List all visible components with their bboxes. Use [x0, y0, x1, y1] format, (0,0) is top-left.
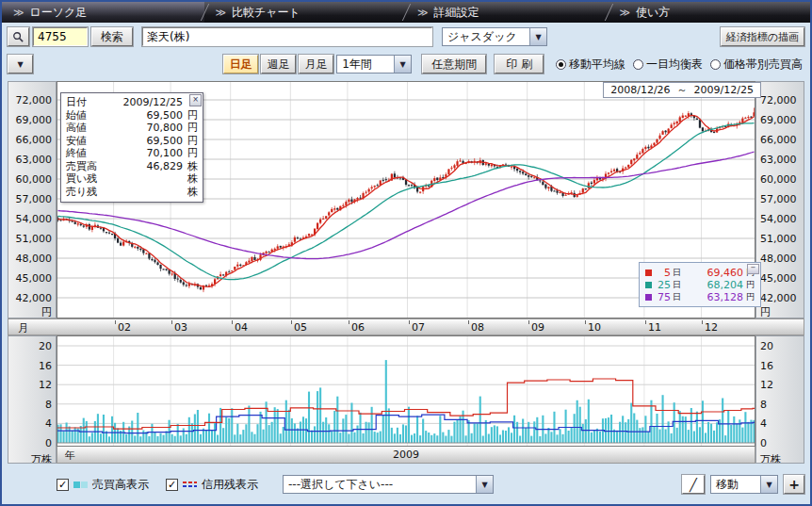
dropdown-arrow-icon: ▼ [17, 60, 23, 69]
month-tick [528, 320, 529, 324]
search-button[interactable]: 検索 [91, 27, 133, 46]
tab-label: 詳細設定 [434, 5, 479, 21]
info-row: 売買高 46,829 株 [66, 160, 198, 173]
info-value: 69,500 [107, 109, 183, 122]
stock-name-input[interactable] [142, 27, 432, 46]
axis-tick-label: 66,000 [760, 134, 797, 146]
double-chevron-icon: ≫ [216, 7, 227, 19]
tab-comparison-chart[interactable]: ≫ 比較チャート [204, 2, 407, 23]
radio-price-band-volume[interactable]: 価格帯別売買高 [710, 57, 803, 73]
tab-help[interactable]: ≫ 使い方 [609, 2, 811, 23]
date-separator: ～ [677, 83, 688, 97]
radio-moving-average[interactable]: 移動平均線 [556, 57, 625, 73]
month-tick [702, 320, 703, 324]
stock-code-input[interactable] [33, 27, 88, 46]
axis-tick-label: 60,000 [760, 173, 797, 186]
month-label: 08 [471, 321, 484, 334]
month-tick [291, 320, 292, 324]
axis-tick-label: 12 [760, 379, 773, 391]
volume-chart-region: 201612840万株 年 2009 201612840万株 [8, 335, 804, 464]
tab-candlestick[interactable]: ≫ ローソク足 [2, 2, 204, 23]
interval-monthly-button[interactable]: 月足 [299, 55, 333, 73]
volume-display-checkbox[interactable]: ✓ 売買高表示 [57, 477, 149, 493]
zoom-in-button[interactable]: + [784, 475, 804, 494]
radio-icon [633, 59, 643, 70]
axis-tick-label: 円 [760, 305, 771, 318]
market-select[interactable]: ジャスダック ▼ [442, 27, 547, 46]
tab-detail-settings[interactable]: ≫ 詳細設定 [406, 2, 609, 23]
radio-label: 移動平均線 [569, 57, 625, 73]
axis-tick-label: 54,000 [16, 213, 53, 225]
axis-tick-label: 60,000 [16, 173, 53, 186]
axis-tick-label: 16 [39, 360, 52, 372]
axis-tick-label: 69,000 [760, 114, 797, 126]
axis-tick-label: 48,000 [760, 253, 797, 265]
ma5-color-chip [645, 269, 652, 276]
volume-axis-left: 201612840万株 [8, 335, 57, 464]
interval-weekly-button[interactable]: 週足 [261, 55, 296, 73]
radio-selected-icon [556, 59, 566, 70]
checkbox-label: 信用残表示 [202, 477, 258, 493]
axis-tick-label: 20 [39, 340, 52, 352]
radio-label: 一目均衡表 [646, 57, 703, 73]
month-label: 05 [294, 321, 307, 334]
info-row: 買い残 株 [66, 172, 198, 186]
range-select-value: 1年間 [337, 57, 394, 73]
info-value: 69,500 [107, 135, 183, 147]
margin-display-checkbox[interactable]: ✓ 信用残表示 [166, 477, 258, 493]
tool-mode-select[interactable]: 移動 ▼ [710, 475, 778, 494]
interval-daily-button[interactable]: 日足 [223, 55, 258, 73]
ma-period-unit: 日 [673, 267, 681, 279]
ma-period-unit: 日 [673, 291, 681, 303]
chart-menu-dropdown-button[interactable]: ▼ [8, 55, 33, 73]
indicator-select[interactable]: ---選択して下さい--- ▼ [283, 475, 494, 494]
bottom-toolbar: ✓ 売買高表示 ✓ 信用残表示 ---選択して下さい--- ▼ ╱ 移動 ▼ + [8, 471, 804, 498]
axis-tick-label: 54,000 [760, 213, 797, 225]
diagonal-line-icon: ╱ [690, 478, 697, 492]
axis-tick-label: 51,000 [16, 233, 53, 245]
month-label: 12 [705, 321, 718, 334]
volume-plot[interactable] [57, 335, 755, 447]
date-to: 2009/12/25 [694, 84, 754, 96]
legend-row: 25 日 68,204 円 [645, 279, 755, 291]
month-label: 03 [174, 321, 187, 334]
price-axis-left: 72,00069,00066,00063,00060,00057,00054,0… [8, 81, 57, 318]
search-icon-button[interactable] [8, 27, 29, 46]
month-tick [232, 320, 233, 324]
dropdown-arrow-icon[interactable]: ▼ [394, 56, 411, 73]
price-axis-right: 72,00069,00066,00063,00060,00057,00054,0… [755, 81, 804, 318]
dropdown-arrow-icon[interactable]: ▼ [760, 476, 777, 493]
month-label: 11 [648, 321, 661, 334]
tab-label: ローソク足 [30, 5, 88, 21]
legend-minimize-button[interactable]: − [747, 264, 759, 274]
axis-tick-label: 72,000 [16, 94, 53, 106]
ma-value: 63,128 [683, 291, 743, 303]
axis-tick-label: 12 [39, 379, 52, 391]
radio-label: 価格帯別売買高 [723, 57, 803, 73]
dropdown-arrow-icon[interactable]: ▼ [476, 476, 493, 493]
axis-tick-label: 万株 [760, 452, 781, 464]
economic-indicator-button[interactable]: 経済指標の描画 [721, 27, 804, 46]
dropdown-arrow-icon[interactable]: ▼ [529, 28, 546, 45]
month-tick [115, 320, 116, 324]
month-tick [349, 320, 349, 324]
axis-tick-label: 42,000 [760, 292, 797, 304]
axis-tick-label: 48,000 [16, 253, 53, 265]
custom-period-button[interactable]: 任意期間 [422, 55, 486, 73]
info-row: 安値 69,500 円 [66, 135, 198, 148]
axis-tick-label: 57,000 [16, 193, 53, 205]
info-label: 売り残 [66, 185, 107, 199]
tool-mode-value: 移動 [711, 477, 760, 493]
ohlc-info-box: × 日付 2009/12/25 始値 69,500 円 高値 70,800 円 … [60, 92, 203, 203]
range-select[interactable]: 1年間 ▼ [336, 55, 412, 73]
axis-tick-label: 66,000 [16, 134, 53, 146]
info-close-button[interactable]: × [189, 94, 202, 106]
ma-period-unit: 日 [673, 279, 681, 291]
radio-ichimoku[interactable]: 一目均衡表 [633, 57, 703, 73]
axis-tick-label: 45,000 [16, 272, 53, 285]
axis-tick-label: 42,000 [16, 292, 53, 304]
draw-line-button[interactable]: ╱ [682, 475, 705, 494]
market-select-value: ジャスダック [443, 29, 529, 45]
print-button[interactable]: 印 刷 [495, 55, 544, 73]
month-label: 02 [118, 321, 131, 334]
